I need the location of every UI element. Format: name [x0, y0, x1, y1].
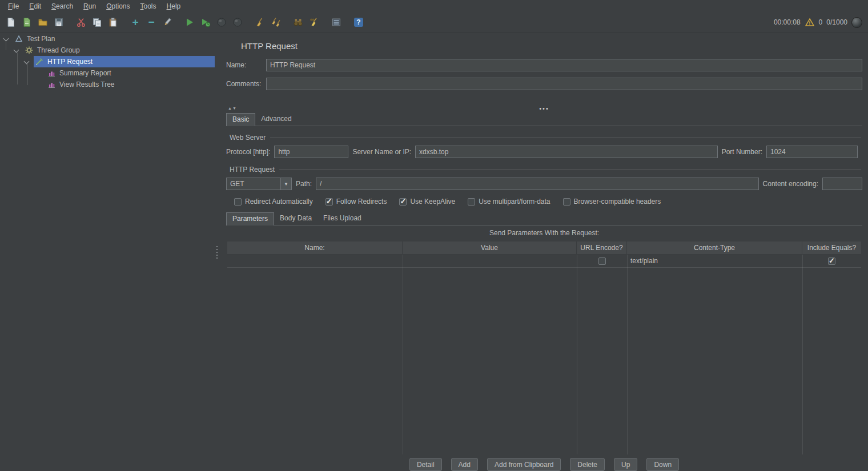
option-use-keepalive[interactable]: Use KeepAlive [399, 198, 455, 206]
cell-name[interactable] [227, 255, 403, 267]
checkbox[interactable] [468, 198, 475, 206]
table-buttons: Detail Add Add from Clipboard Delete Up … [226, 458, 862, 471]
cell-content-type[interactable]: text/plain [627, 255, 802, 267]
splitter-grip-icon[interactable]: ••• [226, 105, 862, 112]
option-label: Follow Redirects [336, 198, 387, 206]
protocol-input[interactable] [274, 146, 348, 158]
content-encoding-input[interactable] [822, 178, 862, 190]
checkbox[interactable] [399, 198, 407, 206]
menu-help[interactable]: Help [162, 1, 186, 12]
menu-options[interactable]: Options [101, 1, 135, 12]
jmeter-window: File Edit Search Run Options Tools Help … [0, 0, 868, 471]
chevron-down-icon[interactable] [3, 35, 9, 41]
add-from-clipboard-button[interactable]: Add from Clipboard [487, 458, 561, 471]
option-label: Browser-compatible headers [574, 198, 661, 206]
remove-element-icon[interactable]: − [145, 16, 158, 29]
warning-count: 0 [819, 18, 823, 26]
cell-url-encode[interactable] [577, 255, 627, 267]
column-header-name: Name: [227, 241, 403, 254]
tree-item-test-plan[interactable]: Test Plan [0, 33, 215, 45]
option-follow-redirects[interactable]: Follow Redirects [326, 198, 387, 206]
tree-item-summary-report[interactable]: Summary Report [0, 67, 215, 79]
table-body: text/plain [227, 254, 861, 454]
checkbox[interactable] [598, 257, 606, 265]
basic-advanced-tabs: Basic Advanced [226, 113, 862, 126]
view-results-tree-icon [47, 80, 56, 88]
toolbar: + − ? 00:0 [0, 12, 868, 33]
search-reset-icon[interactable] [308, 16, 320, 29]
elapsed-time: 00:00:08 [774, 18, 801, 26]
new-file-icon[interactable] [5, 16, 17, 29]
table-row[interactable]: text/plain [227, 255, 861, 268]
parameter-tabs: Parameters Body Data Files Upload [226, 212, 862, 226]
chevron-down-icon[interactable]: ▼ [280, 178, 291, 190]
delete-button[interactable]: Delete [570, 458, 605, 471]
checkbox[interactable] [828, 257, 835, 265]
help-icon[interactable]: ? [352, 16, 365, 29]
checkbox[interactable] [326, 198, 333, 206]
detail-button[interactable]: Detail [409, 458, 442, 471]
clear-all-icon[interactable] [270, 16, 282, 29]
name-input[interactable] [266, 59, 862, 71]
tree-item-view-results-tree[interactable]: View Results Tree [0, 79, 215, 90]
function-helper-icon[interactable] [330, 16, 343, 29]
copy-icon[interactable] [91, 16, 103, 29]
menu-file[interactable]: File [3, 1, 24, 12]
option-browser-compatible-headers[interactable]: Browser-compatible headers [563, 198, 661, 206]
chevron-down-icon[interactable] [24, 58, 30, 64]
tab-body-data[interactable]: Body Data [274, 212, 318, 225]
column-header-content-type: Content-Type [627, 241, 802, 254]
content-area: Test Plan Thread Group HTT [0, 33, 868, 471]
option-label: Redirect Automatically [245, 198, 313, 206]
status-ball-icon[interactable] [851, 17, 862, 28]
new-from-template-icon[interactable] [21, 16, 33, 29]
cut-icon[interactable] [75, 16, 87, 29]
down-button[interactable]: Down [646, 458, 679, 471]
add-button[interactable]: Add [451, 458, 478, 471]
save-icon[interactable] [53, 16, 65, 29]
option-use-multipart[interactable]: Use multipart/form-data [468, 198, 550, 206]
start-icon[interactable] [183, 16, 196, 29]
tab-files-upload[interactable]: Files Upload [318, 212, 367, 225]
path-label: Path: [296, 180, 312, 188]
start-no-timers-icon[interactable] [199, 16, 212, 29]
open-icon[interactable] [37, 16, 49, 29]
search-icon[interactable] [292, 16, 304, 29]
tree-item-label: Summary Report [59, 69, 111, 77]
cell-include-equals[interactable] [802, 255, 861, 267]
checkbox[interactable] [234, 198, 242, 206]
tree-item-thread-group[interactable]: Thread Group [0, 45, 215, 56]
parameters-table: Name: Value URL Encode? Content-Type Inc… [227, 241, 861, 454]
comments-input[interactable] [266, 78, 862, 90]
path-input[interactable] [316, 178, 759, 190]
chevron-down-icon[interactable] [14, 47, 19, 53]
method-select[interactable]: GET ▼ [226, 178, 292, 190]
menu-edit[interactable]: Edit [24, 1, 46, 12]
paste-icon[interactable] [107, 16, 119, 29]
summary-report-icon [47, 69, 56, 77]
tree-item-http-request[interactable]: HTTP Request [0, 56, 215, 67]
up-button[interactable]: Up [614, 458, 637, 471]
parameters-caption: Send Parameters With the Request: [226, 229, 862, 237]
content-encoding-label: Content encoding: [763, 180, 818, 188]
tab-basic[interactable]: Basic [226, 113, 255, 126]
shutdown-icon[interactable] [231, 16, 244, 29]
menu-search[interactable]: Search [46, 1, 78, 12]
server-input[interactable] [415, 146, 718, 158]
splitter-collapse-icons[interactable]: ▲▼ [228, 106, 237, 110]
editor-splitter[interactable]: ▲▼ ••• [226, 104, 862, 112]
menu-run[interactable]: Run [78, 1, 101, 12]
tree-splitter[interactable] [215, 33, 219, 471]
stop-icon[interactable] [215, 16, 228, 29]
cell-value[interactable] [403, 255, 577, 267]
option-redirect-automatically[interactable]: Redirect Automatically [234, 198, 313, 206]
clear-icon[interactable] [254, 16, 266, 29]
port-input[interactable] [766, 146, 858, 158]
toggle-icon[interactable] [161, 16, 174, 29]
tab-advanced[interactable]: Advanced [255, 113, 297, 126]
tab-parameters[interactable]: Parameters [226, 212, 274, 226]
add-element-icon[interactable]: + [129, 16, 142, 29]
warning-icon[interactable] [805, 17, 815, 27]
menu-tools[interactable]: Tools [135, 1, 162, 12]
checkbox[interactable] [563, 198, 570, 206]
